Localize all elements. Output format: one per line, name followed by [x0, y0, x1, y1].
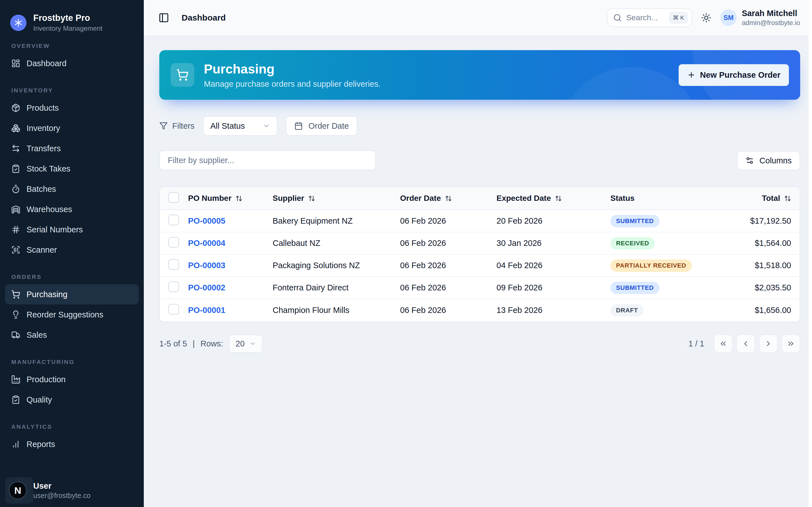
truck-icon — [11, 330, 20, 339]
sidebar-item-reports[interactable]: Reports — [5, 434, 139, 454]
search-box[interactable]: ⌘ K — [607, 8, 692, 27]
filters-label: Filters — [159, 121, 195, 131]
expected-date-cell: 04 Feb 2026 — [497, 261, 610, 270]
status-filter-select[interactable]: All Status — [203, 116, 277, 136]
arrows-left-right-icon — [11, 144, 20, 153]
brand: Frostbyte Pro Inventory Management — [0, 0, 144, 35]
theme-toggle-button[interactable] — [701, 13, 711, 23]
dashboard-icon — [11, 59, 20, 68]
table-header-row: PO Number Supplier Order Date Expected D… — [160, 187, 800, 210]
po-number-link[interactable]: PO-00002 — [188, 283, 225, 292]
user-menu[interactable]: SM Sarah Mitchell admin@frostbyte.io — [720, 9, 800, 27]
shopping-cart-icon — [176, 69, 189, 81]
column-header-po-number[interactable]: PO Number — [188, 194, 273, 203]
column-header-expected-date[interactable]: Expected Date — [497, 194, 610, 203]
table-row[interactable]: PO-00002 Fonterra Dairy Direct 06 Feb 20… — [160, 277, 800, 299]
sidebar-item-inventory[interactable]: Inventory — [5, 118, 139, 138]
sidebar-item-batches[interactable]: Batches — [5, 179, 139, 199]
keyboard-shortcut-badge: ⌘ K — [669, 12, 688, 23]
user-email: admin@frostbyte.io — [742, 19, 800, 27]
sidebar-nav: OVERVIEW Dashboard INVENTORY Products In… — [0, 43, 144, 454]
sidebar-item-quality[interactable]: Quality — [5, 390, 139, 410]
next-page-button[interactable] — [759, 334, 777, 353]
avatar: N — [8, 481, 27, 500]
row-checkbox[interactable] — [168, 237, 179, 247]
row-checkbox[interactable] — [168, 304, 179, 315]
supplier-filter-input[interactable] — [159, 151, 376, 170]
sidebar-item-transfers[interactable]: Transfers — [5, 138, 139, 159]
total-cell: $17,192.50 — [731, 216, 791, 226]
po-number-link[interactable]: PO-00005 — [188, 216, 225, 225]
filter-icon — [159, 122, 168, 130]
first-page-button[interactable] — [714, 334, 732, 353]
column-header-order-date[interactable]: Order Date — [400, 194, 497, 203]
status-badge: PARTIALLY RECEIVED — [610, 260, 692, 272]
rows-per-page-value: 20 — [236, 339, 245, 348]
sidebar-item-label: Reports — [27, 440, 55, 449]
sidebar-item-label: Dashboard — [27, 59, 66, 68]
purchase-orders-table: PO Number Supplier Order Date Expected D… — [159, 186, 800, 322]
pagination-range: 1-5 of 5 — [159, 339, 187, 348]
table-row[interactable]: PO-00001 Champion Flour Mills 06 Feb 202… — [160, 299, 800, 321]
chevron-down-icon — [249, 340, 256, 347]
column-header-status: Status — [610, 194, 731, 203]
sidebar-toggle-button[interactable] — [158, 12, 169, 23]
row-checkbox[interactable] — [168, 259, 179, 270]
columns-button[interactable]: Columns — [737, 151, 800, 170]
chevron-left-icon — [742, 339, 750, 348]
timer-icon — [11, 184, 20, 193]
sidebar-item-stock-takes[interactable]: Stock Takes — [5, 159, 139, 179]
row-checkbox[interactable] — [168, 215, 179, 225]
order-date-filter-button[interactable]: Order Date — [286, 116, 357, 136]
sidebar-item-dashboard[interactable]: Dashboard — [5, 53, 139, 73]
sidebar-item-reorder-suggestions[interactable]: Reorder Suggestions — [5, 304, 139, 325]
order-date-cell: 06 Feb 2026 — [400, 283, 497, 292]
table-row[interactable]: PO-00004 Callebaut NZ 06 Feb 2026 30 Jan… — [160, 232, 800, 255]
new-purchase-order-button[interactable]: New Purchase Order — [679, 64, 789, 86]
table-row[interactable]: PO-00003 Packaging Solutions NZ 06 Feb 2… — [160, 255, 800, 277]
sidebar-user-footer[interactable]: N User user@frostbyte.co — [0, 474, 144, 507]
sidebar-item-warehouses[interactable]: Warehouses — [5, 199, 139, 219]
row-checkbox[interactable] — [168, 281, 179, 292]
po-number-link[interactable]: PO-00003 — [188, 261, 225, 270]
column-header-supplier[interactable]: Supplier — [273, 194, 400, 203]
po-number-link[interactable]: PO-00001 — [188, 305, 225, 315]
sort-icon[interactable] — [784, 195, 791, 202]
banner-subtitle: Manage purchase orders and supplier deli… — [204, 79, 380, 89]
section-label-manufacturing: MANUFACTURING — [5, 358, 139, 365]
sun-icon — [701, 13, 711, 23]
sort-icon[interactable] — [308, 195, 315, 202]
rows-per-page-select[interactable]: 20 — [229, 335, 262, 353]
sidebar-item-purchasing[interactable]: Purchasing — [5, 284, 139, 304]
po-number-link[interactable]: PO-00004 — [188, 238, 225, 247]
topbar: Dashboard ⌘ K SM Sarah Mitchell admin@fr… — [144, 0, 812, 36]
sort-icon[interactable] — [555, 195, 562, 202]
previous-page-button[interactable] — [737, 334, 755, 353]
column-header-total[interactable]: Total — [731, 194, 791, 203]
sidebar-item-production[interactable]: Production — [5, 369, 139, 390]
boxes-icon — [11, 124, 20, 133]
table-row[interactable]: PO-00005 Bakery Equipment NZ 06 Feb 2026… — [160, 210, 800, 232]
sidebar-user-email: user@frostbyte.co — [33, 492, 91, 500]
topbar-right: ⌘ K SM Sarah Mitchell admin@frostbyte.io — [607, 8, 800, 27]
sidebar-item-products[interactable]: Products — [5, 98, 139, 118]
sort-icon[interactable] — [445, 195, 452, 202]
banner-title: Purchasing — [204, 61, 380, 76]
sidebar-item-sales[interactable]: Sales — [5, 325, 139, 345]
factory-icon — [11, 375, 20, 384]
search-input[interactable] — [626, 13, 665, 22]
sidebar-user-name: User — [33, 482, 91, 491]
sidebar-item-serial-numbers[interactable]: Serial Numbers — [5, 219, 139, 240]
pagination-summary: 1-5 of 5 | Rows: 20 — [159, 335, 263, 353]
calendar-icon — [294, 122, 303, 130]
select-all-checkbox[interactable] — [168, 192, 179, 203]
scrollbar-track[interactable] — [809, 0, 812, 507]
order-date-cell: 06 Feb 2026 — [400, 305, 497, 315]
supplier-cell: Callebaut NZ — [273, 238, 400, 248]
pagination-separator: | — [193, 339, 195, 348]
last-page-button[interactable] — [781, 334, 800, 353]
sidebar-item-scanner[interactable]: Scanner — [5, 240, 139, 260]
chevron-right-icon — [764, 339, 772, 348]
sort-icon[interactable] — [236, 195, 243, 202]
clipboard-check-icon — [11, 164, 20, 173]
